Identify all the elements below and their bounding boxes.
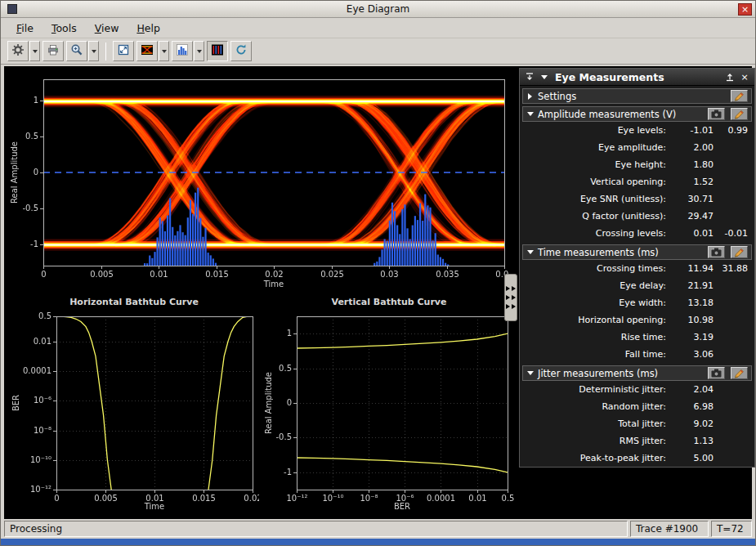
- chevron-down-icon: [526, 250, 534, 254]
- window-bottom-strip: [1, 539, 755, 545]
- measurement-row-total-jitter: Total jitter:9.02: [520, 415, 754, 432]
- scope-content: Horizontal Bathtub Curve Vertical Bathtu…: [4, 66, 752, 519]
- measurement-value-2: 0.99: [714, 125, 748, 136]
- measurement-value: 3.19: [676, 332, 714, 342]
- measurement-row-fall-time: Fall time:3.06: [520, 346, 754, 363]
- gear-icon: [11, 43, 25, 60]
- measurement-value: 13.18: [676, 298, 714, 308]
- hist-icon: [176, 43, 189, 60]
- measurement-value: -1.01: [676, 125, 714, 136]
- measurement-row-q-factor-unitless: Q factor (unitless):29.47: [520, 208, 754, 225]
- expand-arrow-icon: [506, 286, 510, 291]
- pencil-button[interactable]: [731, 246, 748, 258]
- eye-diagram-style-dropdown-button[interactable]: [159, 41, 169, 61]
- expand-arrow-icon: [512, 286, 516, 291]
- measurement-value: 3.06: [676, 349, 714, 360]
- measurement-row-eye-amplitude: Eye amplitude:2.00: [520, 139, 754, 156]
- camera-button[interactable]: [708, 246, 725, 258]
- measurement-label: Eye delay:: [530, 280, 676, 291]
- chevron-down-icon: [526, 371, 534, 375]
- section-header-time-measurements-ms[interactable]: Time measurements (ms): [522, 244, 752, 260]
- histogram-button[interactable]: [172, 41, 193, 61]
- collapse-icon[interactable]: [539, 71, 550, 83]
- eye-diagram-canvas[interactable]: [9, 69, 509, 293]
- printer-icon: [47, 43, 60, 60]
- section-label: Settings: [538, 91, 576, 102]
- section-header-amplitude-measurements-v[interactable]: Amplitude measurements (V): [522, 106, 752, 122]
- vertical-bathtub-title: Vertical Bathtub Curve: [264, 297, 514, 310]
- trace-counter: Trace #1900: [630, 521, 709, 537]
- measurement-row-vertical-opening: Vertical opening:1.52: [520, 173, 754, 190]
- measurement-label: Deterministic jitter:: [530, 384, 676, 395]
- vertical-bathtub-canvas[interactable]: [264, 310, 514, 516]
- window-title: Eye Diagram: [1, 3, 755, 15]
- measurement-value: 6.98: [676, 401, 714, 412]
- measurement-label: RMS jitter:: [530, 436, 676, 446]
- toolbar-separator: [105, 43, 106, 60]
- pencil-button[interactable]: [731, 90, 748, 102]
- panel-close-icon[interactable]: ×: [739, 71, 750, 83]
- sim-time: T=72: [711, 521, 752, 537]
- measurement-label: Horizontal opening:: [530, 315, 676, 325]
- zoom-button[interactable]: [66, 41, 87, 61]
- eye-diagram-style-button[interactable]: [136, 41, 158, 61]
- section-label: Amplitude measurements (V): [538, 109, 676, 120]
- histogram-dropdown-button[interactable]: [194, 41, 204, 61]
- window-titlebar[interactable]: Eye Diagram ×: [1, 1, 755, 18]
- pencil-button[interactable]: [731, 108, 748, 120]
- section-header-settings[interactable]: Settings: [522, 88, 752, 104]
- expand-arrow-icon: [512, 295, 516, 300]
- dock-icon[interactable]: [524, 71, 535, 83]
- chevron-down-icon: [33, 50, 38, 53]
- measurements-sections: SettingsAmplitude measurements (V)Eye le…: [520, 88, 754, 467]
- measurement-row-rms-jitter: RMS jitter:1.13: [520, 432, 754, 450]
- expand-arrow-icon: [506, 304, 510, 309]
- measurement-value: 1.13: [676, 436, 714, 446]
- menu-help[interactable]: Help: [129, 20, 168, 37]
- measurement-row-eye-height: Eye height:1.80: [520, 156, 754, 173]
- measurement-label: Peak-to-peak jitter:: [530, 453, 676, 463]
- measurement-row-horizontal-opening: Horizontal opening:10.98: [520, 311, 754, 329]
- menu-view[interactable]: View: [87, 20, 127, 37]
- measurement-row-crossing-levels: Crossing levels:0.01-0.01: [520, 225, 754, 242]
- measurement-row-eye-levels: Eye levels:-1.010.99: [520, 122, 754, 139]
- menu-tools[interactable]: Tools: [44, 20, 84, 37]
- camera-button[interactable]: [708, 108, 725, 120]
- settings-dropdown-button[interactable]: [29, 41, 40, 61]
- measurement-row-eye-snr-unitless: Eye SNR (unitless):30.71: [520, 190, 754, 208]
- fit-to-view-button[interactable]: [113, 41, 134, 61]
- measurement-value: 10.98: [676, 315, 714, 325]
- menu-file[interactable]: File: [9, 20, 41, 37]
- chevron-right-icon: [526, 93, 534, 100]
- settings-button[interactable]: [7, 41, 29, 61]
- refresh-icon: [235, 43, 248, 60]
- chevron-down-icon: [526, 112, 534, 116]
- camera-button[interactable]: [708, 367, 725, 379]
- refresh-button[interactable]: [230, 41, 252, 61]
- zoom-icon: [70, 43, 83, 60]
- measurement-label: Vertical opening:: [530, 177, 676, 187]
- eyehist-icon: [211, 43, 224, 60]
- pin-icon[interactable]: [724, 71, 736, 83]
- window-close-button[interactable]: ×: [738, 3, 752, 16]
- measurement-row-eye-width: Eye width:13.18: [520, 294, 754, 311]
- measurement-label: Random jitter:: [530, 401, 676, 412]
- eyestyle-icon: [141, 43, 154, 60]
- measurement-row-eye-delay: Eye delay:21.91: [520, 277, 754, 294]
- toolbar: [1, 38, 755, 65]
- panel-splitter-handle[interactable]: [504, 274, 517, 321]
- measurement-value-2: -0.01: [714, 228, 748, 239]
- vertical-bathtub-plot: Vertical Bathtub Curve: [264, 297, 514, 519]
- measurement-label: Eye width:: [530, 298, 676, 308]
- measurements-titlebar[interactable]: Eye Measurements ×: [520, 69, 754, 86]
- measurements-title: Eye Measurements: [555, 71, 664, 83]
- measurement-value: 2.04: [676, 384, 714, 395]
- expand-arrow-icon: [506, 295, 510, 300]
- eye-histogram-button[interactable]: [207, 41, 228, 61]
- measurement-value: 1.80: [676, 159, 714, 170]
- section-header-jitter-measurements-ms[interactable]: Jitter measurements (ms): [522, 365, 752, 381]
- print-button[interactable]: [42, 41, 64, 61]
- pencil-button[interactable]: [731, 367, 748, 379]
- horizontal-bathtub-canvas[interactable]: [9, 310, 259, 516]
- zoom-dropdown-button[interactable]: [88, 41, 99, 61]
